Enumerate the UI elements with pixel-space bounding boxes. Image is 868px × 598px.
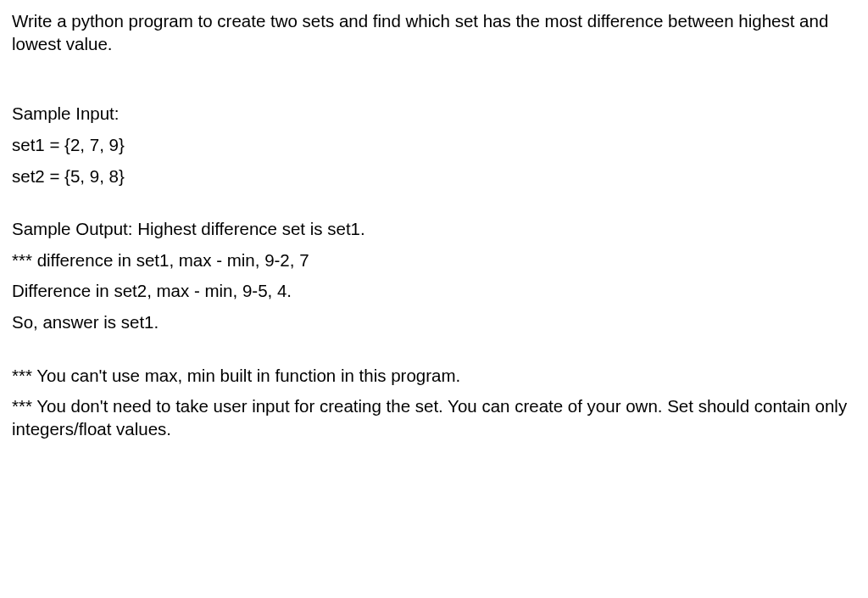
explanation-diff-set1: *** difference in set1, max - min, 9-2, … [12,249,856,272]
sample-input-set2: set2 = {5, 9, 8} [12,165,856,188]
constraint-note-2: *** You don't need to take user input fo… [12,395,856,440]
problem-statement: Write a python program to create two set… [12,10,856,55]
constraint-note-1: *** You can't use max, min built in func… [12,365,856,388]
explanation-answer: So, answer is set1. [12,311,856,334]
sample-input-set1: set1 = {2, 7, 9} [12,134,856,157]
explanation-diff-set2: Difference in set2, max - min, 9-5, 4. [12,280,856,303]
sample-output-line: Sample Output: Highest difference set is… [12,218,856,241]
sample-input-label: Sample Input: [12,103,856,126]
